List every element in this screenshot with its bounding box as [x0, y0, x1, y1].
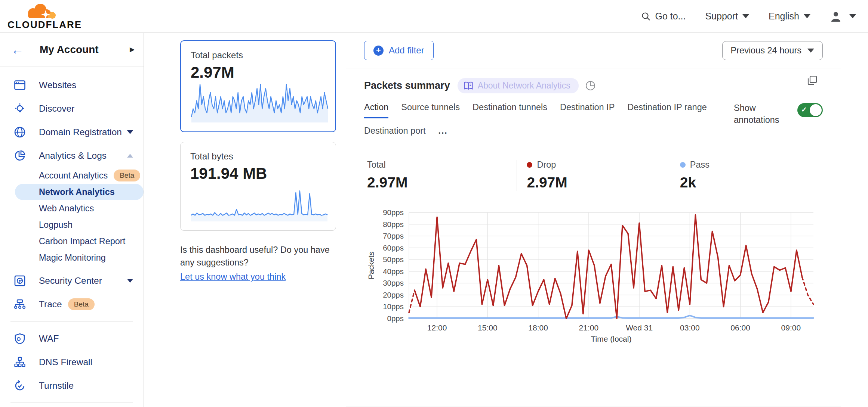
- go-to-search[interactable]: Go to...: [641, 11, 686, 22]
- feedback-question: Is this dashboard useful? Do you have an…: [180, 245, 330, 267]
- total-bytes-card[interactable]: Total bytes 191.94 MB: [180, 142, 336, 231]
- toggle-knob: [810, 104, 822, 116]
- svg-text:90pps: 90pps: [383, 208, 404, 217]
- tab-source-tunnels[interactable]: Source tunnels: [401, 102, 460, 118]
- logo-wordmark: CLOUDFLARE: [7, 20, 71, 29]
- sidebar-subitem-web-analytics[interactable]: Web Analytics: [0, 200, 144, 217]
- tab-destination-ip-range[interactable]: Destination IP range: [627, 102, 707, 118]
- account-header: ← My Account ▶: [0, 33, 144, 66]
- user-account-menu[interactable]: [830, 10, 856, 22]
- subitem-label: Network Analytics: [39, 187, 115, 197]
- show-annotations-toggle[interactable]: ✓: [797, 103, 823, 117]
- trace-tree-icon: [13, 299, 26, 310]
- sidebar-item-discover[interactable]: Discover: [0, 97, 144, 120]
- account-title: My Account: [40, 44, 130, 56]
- card-value: 191.94 MB: [190, 165, 326, 183]
- time-range-dropdown[interactable]: Previous 24 hours: [722, 41, 823, 60]
- sidebar-item-dns-firewall[interactable]: DNS Firewall: [0, 350, 144, 374]
- cloudflare-cloud-icon: [23, 3, 58, 19]
- shield-icon: [13, 333, 26, 344]
- tab-destination-tunnels[interactable]: Destination tunnels: [473, 102, 547, 118]
- support-menu[interactable]: Support: [705, 11, 749, 22]
- sidebar-item-security-center[interactable]: Security Center: [0, 269, 144, 292]
- svg-text:03:00: 03:00: [680, 323, 700, 332]
- stat-value: 2k: [680, 174, 823, 191]
- chevron-down-icon: [804, 14, 810, 18]
- svg-text:10pps: 10pps: [383, 302, 404, 311]
- drop-legend-dot: [527, 162, 532, 168]
- svg-text:Time (local): Time (local): [591, 335, 632, 343]
- svg-text:21:00: 21:00: [579, 323, 599, 332]
- stat-total: Total 2.97M: [364, 160, 517, 191]
- subitem-label: Logpush: [39, 220, 73, 230]
- sidebar-item-label: Analytics & Logs: [39, 150, 127, 161]
- tab-action[interactable]: Action: [364, 102, 388, 118]
- stat-label: Drop: [537, 160, 556, 170]
- sidebar-subitem-network-analytics[interactable]: Network Analytics: [15, 184, 144, 200]
- card-label: Total packets: [191, 50, 326, 60]
- beta-badge: Beta: [68, 298, 95, 310]
- sidebar-divider: [10, 403, 133, 403]
- stat-drop: Drop 2.97M: [517, 160, 670, 191]
- total-packets-card[interactable]: Total packets 2.97M: [180, 40, 336, 132]
- annotations-control: Show annotations ✓: [734, 102, 823, 142]
- language-menu[interactable]: English: [769, 11, 810, 22]
- chevron-right-icon[interactable]: ▶: [130, 46, 135, 53]
- about-badge-label: About Network Analytics: [478, 81, 570, 91]
- tab-destination-ip[interactable]: Destination IP: [560, 102, 615, 118]
- sidebar-item-turnstile[interactable]: Turnstile: [0, 374, 144, 397]
- add-filter-button[interactable]: + Add filter: [364, 41, 434, 60]
- subitem-label: Account Analytics: [39, 171, 108, 181]
- sidebar-item-websites[interactable]: Websites: [0, 73, 144, 97]
- lightbulb-icon: [13, 103, 26, 114]
- svg-text:09:00: 09:00: [781, 323, 801, 332]
- stat-label: Total: [367, 160, 386, 170]
- cloudflare-dashboard: CLOUDFLARE Go to... Support English: [0, 0, 868, 407]
- refresh-check-icon: [13, 380, 26, 391]
- globe-icon: [13, 127, 26, 138]
- packets-chart[interactable]: 0pps10pps20pps30pps40pps50pps60pps70pps8…: [364, 206, 823, 347]
- check-icon: ✓: [801, 105, 807, 114]
- stat-label: Pass: [690, 160, 710, 170]
- svg-text:18:00: 18:00: [528, 323, 548, 332]
- beta-badge: Beta: [114, 170, 140, 181]
- svg-text:12:00: 12:00: [427, 323, 447, 332]
- tabs-row: Action Source tunnels Destination tunnel…: [364, 102, 823, 142]
- cloudflare-logo[interactable]: CLOUDFLARE: [7, 3, 71, 29]
- sidebar-subitem-logpush[interactable]: Logpush: [0, 217, 144, 233]
- expand-icon[interactable]: [807, 75, 818, 87]
- sidebar-subitem-carbon-impact-report[interactable]: Carbon Impact Report: [0, 233, 144, 249]
- sidebar-item-label: Websites: [39, 80, 133, 90]
- total-bytes-sparkline: [190, 188, 328, 222]
- sidebar-item-domain-registration[interactable]: Domain Registration: [0, 120, 144, 144]
- support-label: Support: [705, 11, 738, 22]
- chevron-up-icon: [127, 154, 133, 158]
- svg-text:06:00: 06:00: [730, 323, 750, 332]
- sidebar-item-label: Discover: [39, 103, 133, 114]
- back-arrow-icon[interactable]: ←: [11, 43, 24, 56]
- stat-value: 2.97M: [367, 174, 517, 191]
- about-network-analytics-badge[interactable]: About Network Analytics: [458, 78, 579, 93]
- time-range-label: Previous 24 hours: [731, 46, 801, 56]
- chart-type-pie-icon[interactable]: [585, 81, 595, 91]
- feedback-link[interactable]: Let us know what you think: [180, 270, 286, 283]
- sidebar-subitem-account-analytics[interactable]: Account Analytics Beta: [0, 167, 144, 184]
- svg-text:20pps: 20pps: [383, 291, 404, 299]
- show-annotations-label: Show annotations: [734, 102, 786, 126]
- more-tabs-button[interactable]: ...: [438, 126, 448, 142]
- stat-pass: Pass 2k: [670, 160, 823, 191]
- tab-destination-port[interactable]: Destination port: [364, 126, 426, 142]
- sidebar-item-analytics-logs[interactable]: Analytics & Logs: [0, 144, 144, 167]
- sidebar-item-waf[interactable]: WAF: [0, 327, 144, 350]
- user-icon: [830, 10, 842, 22]
- add-filter-label: Add filter: [389, 45, 424, 56]
- subitem-label: Web Analytics: [39, 204, 94, 214]
- go-to-label: Go to...: [655, 11, 686, 22]
- svg-text:Wed 31: Wed 31: [626, 323, 653, 332]
- svg-text:40pps: 40pps: [383, 267, 404, 276]
- subitem-label: Magic Monitoring: [39, 253, 106, 263]
- sidebar-item-trace[interactable]: Trace Beta: [0, 292, 144, 316]
- plus-icon: +: [373, 46, 384, 56]
- sidebar-subitem-magic-monitoring[interactable]: Magic Monitoring: [0, 249, 144, 266]
- svg-text:30pps: 30pps: [383, 279, 404, 287]
